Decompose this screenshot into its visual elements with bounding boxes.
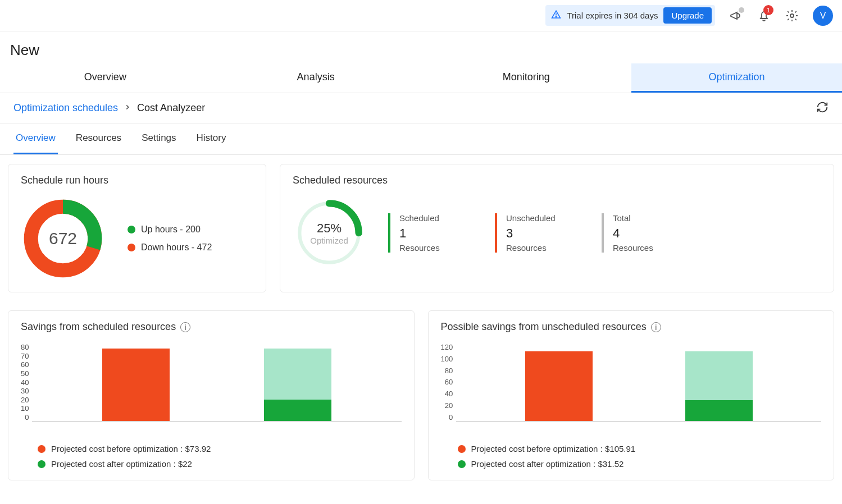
stat-scheduled: Scheduled 1 Resources xyxy=(388,213,472,253)
trial-banner: Trial expires in 304 days Upgrade xyxy=(545,5,715,26)
legend-up-label: Up hours - 200 xyxy=(141,224,201,235)
legend-before-text: Projected cost before optimization : $10… xyxy=(471,444,636,453)
settings-icon[interactable] xyxy=(785,8,799,23)
stat-unscheduled-unit: Resources xyxy=(506,243,579,253)
breadcrumb-row: Optimization schedules Cost Analyzeer xyxy=(0,93,842,123)
bar-after xyxy=(685,351,753,421)
cards-row-1: Schedule run hours 672 Up hours - 200 Do… xyxy=(0,155,842,301)
tab-monitoring[interactable]: Monitoring xyxy=(421,63,632,93)
bar-before xyxy=(102,349,170,421)
scheduled-title: Scheduled resources xyxy=(293,175,821,186)
legend-after-text: Projected cost after optimization : $31.… xyxy=(471,459,624,469)
page-title: New xyxy=(10,42,832,59)
legend-before-text: Projected cost before optimization : $73… xyxy=(51,444,211,453)
bar-seg-before xyxy=(525,351,593,421)
savings-scheduled-legend: Projected cost before optimization : $73… xyxy=(21,444,402,469)
stat-total-label: Total xyxy=(613,213,686,223)
svg-point-2 xyxy=(790,14,794,17)
optimized-gauge: 25% Optimized xyxy=(293,196,366,269)
y-axis: 120100806040200 xyxy=(441,343,457,421)
svg-point-1 xyxy=(556,16,557,17)
run-hours-title: Schedule run hours xyxy=(21,175,253,186)
breadcrumb: Optimization schedules Cost Analyzeer xyxy=(13,102,205,114)
info-icon[interactable]: i xyxy=(180,322,190,332)
swatch-green-icon xyxy=(128,226,135,233)
legend-after-text: Projected cost after optimization : $22 xyxy=(51,459,192,469)
run-hours-card: Schedule run hours 672 Up hours - 200 Do… xyxy=(8,164,266,292)
topbar: Trial expires in 304 days Upgrade 1 V xyxy=(0,0,842,31)
notifications-badge: 1 xyxy=(763,5,773,15)
run-hours-legend: Up hours - 200 Down hours - 472 xyxy=(128,224,212,253)
stat-total: Total 4 Resources xyxy=(602,213,686,253)
bar-seg-savings xyxy=(685,351,753,400)
y-axis: 80706050403020100 xyxy=(21,343,32,421)
stat-total-unit: Resources xyxy=(613,243,686,253)
subtab-resources[interactable]: Resources xyxy=(74,123,124,154)
bar-seg-after xyxy=(264,400,331,421)
swatch-orange-icon xyxy=(458,445,466,453)
main-tabs: Overview Analysis Monitoring Optimizatio… xyxy=(0,63,842,93)
savings-scheduled-title-text: Savings from scheduled resources xyxy=(21,321,176,333)
chevron-right-icon xyxy=(124,102,131,114)
stat-unscheduled-value: 3 xyxy=(506,226,579,241)
stat-unscheduled-label: Unscheduled xyxy=(506,213,579,223)
sub-tabs: Overview Resources Settings History xyxy=(0,123,842,155)
page-header: New xyxy=(0,31,842,63)
swatch-orange-icon xyxy=(128,244,135,251)
swatch-green-icon xyxy=(458,460,466,468)
warning-icon xyxy=(551,10,561,21)
refresh-button[interactable] xyxy=(816,101,829,115)
info-icon[interactable]: i xyxy=(651,322,661,332)
legend-down-hours: Down hours - 472 xyxy=(128,242,212,253)
legend-before: Projected cost before optimization : $10… xyxy=(458,444,822,453)
gauge-label: Optimized xyxy=(310,236,348,245)
bar-after xyxy=(264,349,331,421)
plot-area xyxy=(456,343,821,421)
breadcrumb-current: Cost Analyzeer xyxy=(137,102,205,114)
subtab-history[interactable]: History xyxy=(194,123,229,154)
stat-scheduled-label: Scheduled xyxy=(399,213,472,223)
gauge-percent: 25% xyxy=(317,221,342,236)
savings-unscheduled-title-text: Possible savings from unscheduled resour… xyxy=(441,321,647,333)
cards-row-2: Savings from scheduled resources i 80706… xyxy=(0,301,842,489)
bar-seg-savings xyxy=(264,349,331,400)
stat-scheduled-unit: Resources xyxy=(399,243,472,253)
stat-unscheduled: Unscheduled 3 Resources xyxy=(495,213,579,253)
legend-before: Projected cost before optimization : $73… xyxy=(38,444,402,453)
announcements-dot xyxy=(739,7,744,13)
savings-unscheduled-legend: Projected cost before optimization : $10… xyxy=(441,444,822,469)
stat-total-value: 4 xyxy=(613,226,686,241)
notifications-icon[interactable]: 1 xyxy=(757,8,771,23)
savings-unscheduled-chart: 120100806040200 xyxy=(441,343,822,433)
stat-scheduled-value: 1 xyxy=(399,226,472,241)
legend-down-label: Down hours - 472 xyxy=(141,242,212,253)
bar-seg-after xyxy=(685,400,753,421)
savings-scheduled-card: Savings from scheduled resources i 80706… xyxy=(8,310,415,480)
savings-unscheduled-card: Possible savings from unscheduled resour… xyxy=(428,310,835,480)
run-hours-donut: 672 xyxy=(21,196,105,281)
legend-after: Projected cost after optimization : $22 xyxy=(38,459,402,469)
swatch-green-icon xyxy=(38,460,45,468)
tab-analysis[interactable]: Analysis xyxy=(211,63,421,93)
run-hours-total: 672 xyxy=(21,196,105,281)
tab-overview[interactable]: Overview xyxy=(0,63,211,93)
savings-scheduled-title: Savings from scheduled resources i xyxy=(21,321,402,333)
subtab-overview[interactable]: Overview xyxy=(13,123,58,154)
breadcrumb-parent[interactable]: Optimization schedules xyxy=(13,102,118,114)
legend-after: Projected cost after optimization : $31.… xyxy=(458,459,822,469)
upgrade-button[interactable]: Upgrade xyxy=(663,7,712,24)
bar-before xyxy=(525,351,593,421)
savings-scheduled-chart: 80706050403020100 xyxy=(21,343,402,433)
legend-up-hours: Up hours - 200 xyxy=(128,224,212,235)
savings-unscheduled-title: Possible savings from unscheduled resour… xyxy=(441,321,822,333)
announcements-icon[interactable] xyxy=(729,8,743,23)
swatch-orange-icon xyxy=(38,445,45,453)
tab-optimization[interactable]: Optimization xyxy=(631,63,842,93)
trial-text: Trial expires in 304 days xyxy=(567,11,658,20)
plot-area xyxy=(32,343,401,421)
scheduled-resources-card: Scheduled resources 25% Optimized Schedu… xyxy=(280,164,834,292)
avatar[interactable]: V xyxy=(813,6,833,26)
subtab-settings[interactable]: Settings xyxy=(139,123,178,154)
bar-seg-before xyxy=(102,349,170,421)
